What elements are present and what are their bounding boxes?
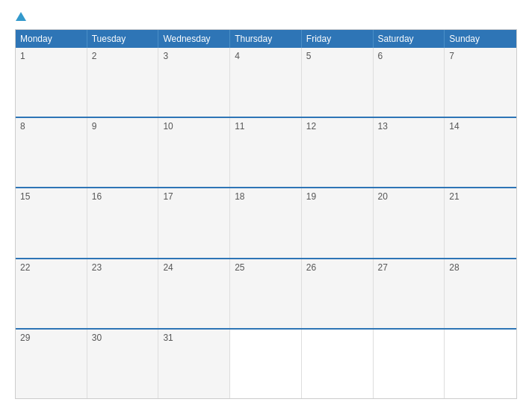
week-row-5: 293031 — [16, 328, 516, 398]
day-cell: 3 — [158, 48, 230, 117]
day-cell: 6 — [374, 48, 445, 117]
week-row-4: 22232425262728 — [16, 258, 516, 328]
day-cell: 25 — [230, 259, 302, 328]
day-cell: 29 — [16, 330, 87, 398]
day-cell: 27 — [374, 259, 445, 328]
day-cell: 5 — [302, 48, 374, 117]
day-number: 6 — [378, 51, 383, 61]
day-cell: 8 — [16, 118, 87, 187]
day-number: 19 — [306, 191, 316, 202]
day-number: 17 — [163, 191, 173, 202]
day-cell: 31 — [158, 330, 230, 398]
day-header-thursday: Thursday — [230, 30, 302, 48]
week-row-1: 1234567 — [16, 48, 516, 117]
day-cell: 12 — [302, 118, 374, 187]
day-cell: 23 — [87, 259, 159, 328]
day-number: 28 — [449, 262, 459, 273]
day-header-sunday: Sunday — [445, 30, 516, 48]
day-number: 12 — [306, 121, 316, 132]
day-number: 27 — [378, 262, 388, 273]
day-number: 1 — [20, 51, 25, 61]
day-cell: 10 — [158, 118, 230, 187]
day-cell: 26 — [302, 259, 374, 328]
calendar-body: 1234567891011121314151617181920212223242… — [16, 48, 516, 398]
day-number: 26 — [306, 262, 316, 273]
day-cell — [445, 330, 516, 398]
day-number: 7 — [449, 51, 454, 61]
day-cell: 19 — [302, 188, 374, 257]
day-number: 11 — [235, 121, 244, 132]
day-cell: 7 — [445, 48, 516, 117]
day-number: 29 — [20, 333, 30, 343]
day-number: 2 — [92, 51, 97, 61]
day-number: 13 — [378, 121, 388, 132]
calendar: MondayTuesdayWednesdayThursdayFridaySatu… — [15, 29, 517, 399]
day-number: 23 — [92, 262, 102, 273]
day-cell: 16 — [87, 188, 159, 257]
day-number: 25 — [235, 262, 244, 273]
day-number: 16 — [92, 191, 102, 202]
day-header-tuesday: Tuesday — [87, 30, 159, 48]
day-cell: 20 — [374, 188, 445, 257]
day-cell: 18 — [230, 188, 302, 257]
day-cell: 17 — [158, 188, 230, 257]
day-number: 14 — [449, 121, 459, 132]
day-number: 21 — [449, 191, 459, 202]
day-cell: 2 — [87, 48, 159, 117]
day-cell: 15 — [16, 188, 87, 257]
day-header-saturday: Saturday — [374, 30, 445, 48]
day-number: 20 — [378, 191, 388, 202]
day-header-wednesday: Wednesday — [158, 30, 230, 48]
day-number: 18 — [235, 191, 244, 202]
day-header-monday: Monday — [16, 30, 87, 48]
calendar-page: MondayTuesdayWednesdayThursdayFridaySatu… — [0, 0, 532, 411]
day-cell: 14 — [445, 118, 516, 187]
day-number: 4 — [235, 51, 240, 61]
day-cell: 24 — [158, 259, 230, 328]
day-cell — [374, 330, 445, 398]
day-number: 15 — [20, 191, 30, 202]
day-cell: 30 — [87, 330, 159, 398]
calendar-header: MondayTuesdayWednesdayThursdayFridaySatu… — [16, 30, 516, 48]
day-cell: 1 — [16, 48, 87, 117]
day-number: 30 — [92, 333, 102, 343]
day-number: 8 — [20, 121, 25, 132]
day-cell: 11 — [230, 118, 302, 187]
day-number: 5 — [306, 51, 312, 61]
day-cell: 22 — [16, 259, 87, 328]
day-number: 22 — [20, 262, 30, 273]
day-cell: 4 — [230, 48, 302, 117]
day-cell: 21 — [445, 188, 516, 257]
day-number: 9 — [92, 121, 97, 132]
logo — [15, 12, 28, 22]
day-number: 31 — [163, 333, 173, 343]
logo-triangle-icon — [16, 12, 26, 21]
day-cell — [302, 330, 374, 398]
day-number: 10 — [163, 121, 173, 132]
day-cell: 9 — [87, 118, 159, 187]
day-cell: 13 — [374, 118, 445, 187]
day-number: 3 — [163, 51, 168, 61]
day-cell — [230, 330, 302, 398]
week-row-2: 891011121314 — [16, 117, 516, 187]
day-number: 24 — [163, 262, 173, 273]
week-row-3: 15161718192021 — [16, 187, 516, 257]
header — [15, 12, 517, 22]
day-cell: 28 — [445, 259, 516, 328]
day-header-friday: Friday — [302, 30, 374, 48]
